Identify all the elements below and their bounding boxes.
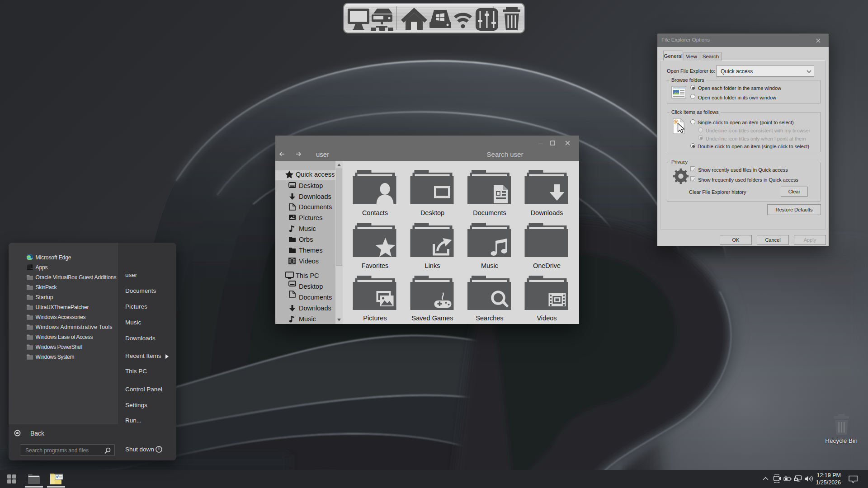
svg-text:Music: Music [299, 225, 316, 232]
svg-text:Music: Music [481, 262, 498, 269]
svg-text:Themes: Themes [299, 247, 322, 254]
svg-text:Desktop: Desktop [420, 209, 444, 216]
svg-text:Downloads: Downloads [299, 193, 331, 200]
svg-text:Videos: Videos [299, 258, 319, 265]
svg-text:Documents: Documents [299, 294, 332, 301]
svg-text:Microsoft Edge: Microsoft Edge [36, 254, 71, 261]
svg-text:Quick access: Quick access [296, 171, 335, 178]
svg-text:Windows Accessories: Windows Accessories [36, 314, 86, 320]
svg-text:Windows System: Windows System [36, 354, 75, 360]
svg-text:Desktop: Desktop [299, 182, 323, 189]
svg-text:Windows Administrative Tools: Windows Administrative Tools [36, 324, 113, 330]
svg-text:Apps: Apps [36, 264, 48, 271]
svg-text:Favorites: Favorites [362, 262, 389, 269]
svg-text:Downloads: Downloads [299, 305, 331, 312]
svg-text:Startup: Startup [36, 294, 53, 300]
svg-text:Windows PowerShell: Windows PowerShell [36, 344, 83, 350]
svg-text:Downloads: Downloads [531, 209, 563, 216]
svg-text:Oracle VirtualBox Guest Additi: Oracle VirtualBox Guest Additions [36, 274, 117, 281]
svg-text:Music: Music [299, 315, 316, 323]
svg-text:Orbs: Orbs [299, 236, 313, 243]
svg-text:Windows Ease of Access: Windows Ease of Access [36, 334, 93, 340]
svg-text:Desktop: Desktop [299, 283, 323, 290]
svg-text:This PC: This PC [296, 272, 319, 279]
svg-text:Pictures: Pictures [363, 314, 387, 322]
svg-text:Documents: Documents [299, 203, 332, 211]
svg-text:OneDrive: OneDrive [533, 262, 561, 269]
svg-text:Documents: Documents [473, 209, 506, 216]
svg-text:Links: Links [425, 262, 440, 269]
svg-text:Videos: Videos [537, 314, 557, 322]
svg-text:Pictures: Pictures [299, 214, 322, 221]
svg-text:UltraUXThemePatcher: UltraUXThemePatcher [36, 304, 89, 310]
svg-text:Contacts: Contacts [362, 209, 388, 216]
svg-text:SkinPack: SkinPack [36, 284, 57, 291]
svg-text:Saved Games: Saved Games [412, 314, 453, 322]
svg-text:Searches: Searches [476, 314, 503, 322]
